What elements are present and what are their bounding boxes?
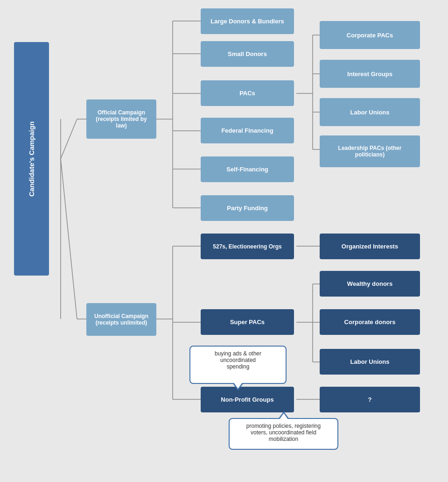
corporate-pacs-box: Corporate PACs: [320, 21, 420, 49]
svg-line-1: [61, 159, 77, 319]
callout-ads: buying ads & other uncoordinated spendin…: [189, 346, 287, 384]
question-box: ?: [320, 387, 420, 412]
small-donors-box: Small Donors: [201, 41, 294, 67]
non-profit-box: Non-Profit Groups: [201, 387, 294, 412]
super-pacs-box: Super PACs: [201, 309, 294, 335]
candidates-campaign-box: Candidate's Campaign: [14, 42, 49, 276]
interest-groups-box: Interest Groups: [320, 60, 420, 88]
self-financing-box: Self-Financing: [201, 156, 294, 182]
svg-line-0: [61, 119, 77, 159]
official-campaign-box: Official Campaign (receipts limited by l…: [86, 99, 156, 139]
unofficial-campaign-box: Unofficial Campaign (receipts unlimited): [86, 303, 156, 336]
electioneering-box: 527s, Electioneering Orgs: [201, 234, 294, 259]
pacs-box: PACs: [201, 80, 294, 106]
callout-promoting: promoting policies, registering voters, …: [229, 418, 338, 450]
party-funding-box: Party Funding: [201, 195, 294, 221]
leadership-pacs-box: Leadership PACs (other politicians): [320, 135, 420, 167]
labor-unions-2-box: Labor Unions: [320, 349, 420, 375]
large-donors-box: Large Donors & Bundlers: [201, 8, 294, 34]
organized-interests-box: Organized Interests: [320, 234, 420, 259]
labor-unions-1-box: Labor Unions: [320, 98, 420, 126]
corporate-donors-box: Corporate donors: [320, 309, 420, 335]
diagram-container: Candidate's Campaign Official Campaign (…: [0, 0, 448, 482]
federal-financing-box: Federal Financing: [201, 118, 294, 143]
wealthy-donors-box: Wealthy donors: [320, 271, 420, 297]
